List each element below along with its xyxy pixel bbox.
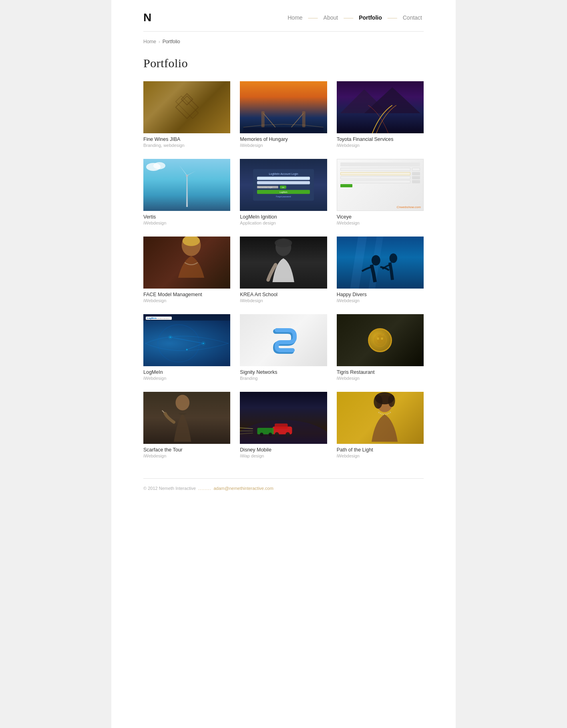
- svg-line-4: [263, 113, 275, 127]
- portfolio-item-4[interactable]: Vertis iWebdesign: [143, 159, 230, 225]
- portfolio-item-3[interactable]: Toyota Financial Services iWebdesign: [337, 81, 424, 148]
- portfolio-item-11-title: Signity Networks: [240, 369, 327, 375]
- portfolio-item-6-subtitle: iWebdesign: [337, 221, 424, 225]
- portfolio-item-10-subtitle: iWebdesign: [143, 376, 230, 381]
- portfolio-item-14-subtitle: iWap design: [240, 453, 327, 458]
- svg-point-32: [377, 337, 379, 340]
- portfolio-item-1-title: Fine Wines JIBA: [143, 136, 230, 142]
- svg-rect-38: [275, 423, 288, 429]
- portfolio-item-3-title: Toyota Financial Services: [337, 136, 424, 142]
- portfolio-item-9-title: Happy Divers: [337, 292, 424, 297]
- portfolio-thumb-15: [337, 392, 424, 444]
- svg-point-39: [275, 432, 279, 437]
- svg-point-20: [158, 325, 199, 362]
- portfolio-item-13-title: Scarface the Tour: [143, 447, 230, 453]
- breadcrumb: Home › Portfolio: [143, 32, 424, 48]
- portfolio-thumb-13: [143, 392, 230, 444]
- portfolio-item-3-subtitle: iWebdesign: [337, 143, 424, 148]
- svg-point-17: [275, 239, 292, 247]
- nav-sep-2: ——: [344, 15, 353, 21]
- portfolio-item-8[interactable]: KREA Art School iWebdesign: [240, 237, 327, 303]
- portfolio-item-10[interactable]: LogMeIn Media Connect™: [143, 314, 230, 381]
- portfolio-item-15-subtitle: iWebdesign: [337, 453, 424, 458]
- svg-point-50: [388, 395, 395, 407]
- cnwebshow-badge: Cnwebshow.com: [397, 205, 421, 209]
- portfolio-item-12-subtitle: iWebdesign: [337, 376, 424, 381]
- portfolio-item-1-subtitle: Branding, webdesign: [143, 143, 230, 148]
- portfolio-item-11-subtitle: Branding: [240, 376, 327, 381]
- svg-point-33: [381, 337, 383, 340]
- portfolio-item-12[interactable]: Tigris Restaurant iWebdesign: [337, 314, 424, 381]
- svg-point-18: [372, 255, 380, 266]
- breadcrumb-separator: ›: [159, 39, 160, 44]
- portfolio-item-5-title: LogMeIn Ignition: [240, 214, 327, 220]
- portfolio-item-9[interactable]: Happy Divers iWebdesign: [337, 237, 424, 303]
- portfolio-thumb-4: [143, 159, 230, 211]
- svg-marker-10: [186, 175, 188, 207]
- portfolio-item-13[interactable]: Scarface the Tour iWebdesign: [143, 392, 230, 458]
- svg-point-11: [186, 174, 188, 177]
- svg-point-19: [389, 253, 397, 263]
- nav-about[interactable]: About: [322, 14, 340, 21]
- footer-dots: ........: [198, 486, 211, 491]
- svg-point-42: [260, 433, 263, 436]
- footer: © 2012 Nemeth Interactive ........ adam@…: [143, 478, 424, 491]
- portfolio-item-12-title: Tigris Restaurant: [337, 369, 424, 375]
- svg-point-49: [374, 395, 382, 409]
- svg-point-13: [153, 162, 165, 169]
- portfolio-item-2-title: Memories of Hungary: [240, 136, 327, 142]
- portfolio-item-15[interactable]: Path of the Light iWebdesign: [337, 392, 424, 458]
- portfolio-item-8-title: KREA Art School: [240, 292, 327, 297]
- footer-copyright: © 2012 Nemeth Interactive: [143, 486, 196, 491]
- breadcrumb-home[interactable]: Home: [143, 39, 156, 44]
- portfolio-thumb-3: [337, 81, 424, 133]
- main-nav: Home —— About —— Portfolio —— Contact: [286, 14, 424, 21]
- portfolio-thumb-14: [240, 392, 327, 444]
- portfolio-item-4-subtitle: iWebdesign: [143, 221, 230, 225]
- portfolio-item-2[interactable]: Memories of Hungary iWebdesign: [240, 81, 327, 148]
- portfolio-item-10-title: LogMeIn: [143, 369, 230, 375]
- svg-rect-2: [175, 96, 198, 119]
- logo[interactable]: N: [143, 11, 151, 24]
- portfolio-item-9-subtitle: iWebdesign: [337, 298, 424, 303]
- portfolio-item-5-subtitle: Application design: [240, 221, 327, 225]
- nav-home[interactable]: Home: [286, 14, 304, 21]
- portfolio-thumb-2: [240, 81, 327, 133]
- portfolio-item-6-title: Viceye: [337, 214, 424, 220]
- footer-email[interactable]: adam@nemethinteractive.com: [213, 486, 273, 491]
- svg-line-35: [162, 411, 164, 413]
- portfolio-item-7-subtitle: iWebdesign: [143, 298, 230, 303]
- portfolio-thumb-1: [143, 81, 230, 133]
- nav-sep-3: ——: [388, 15, 397, 21]
- nav-contact[interactable]: Contact: [401, 14, 424, 21]
- nav-portfolio[interactable]: Portfolio: [357, 14, 384, 21]
- portfolio-item-14[interactable]: Disney Mobile iWap design: [240, 392, 327, 458]
- svg-rect-1: [175, 96, 198, 119]
- portfolio-item-15-title: Path of the Light: [337, 447, 424, 453]
- portfolio-thumb-6: Cnwebshow.com: [337, 159, 424, 211]
- portfolio-thumb-8: [240, 237, 327, 289]
- portfolio-item-5[interactable]: LogMeIn Account Login Remember login ON …: [240, 159, 327, 225]
- portfolio-item-14-title: Disney Mobile: [240, 447, 327, 453]
- portfolio-item-7[interactable]: FACE Model Management iWebdesign: [143, 237, 230, 303]
- portfolio-thumb-11: [240, 314, 327, 366]
- page-title: Portfolio: [143, 56, 424, 70]
- portfolio-thumb-10: LogMeIn Media Connect™: [143, 314, 230, 366]
- portfolio-item-2-subtitle: iWebdesign: [240, 143, 327, 148]
- svg-rect-0: [181, 94, 193, 105]
- portfolio-item-7-title: FACE Model Management: [143, 292, 230, 297]
- svg-line-5: [292, 113, 304, 127]
- svg-point-43: [269, 433, 272, 436]
- breadcrumb-current: Portfolio: [163, 39, 180, 44]
- portfolio-thumb-9: [337, 237, 424, 289]
- svg-point-34: [175, 395, 189, 410]
- svg-line-25: [187, 343, 203, 350]
- portfolio-item-13-subtitle: iWebdesign: [143, 453, 230, 458]
- portfolio-grid: Fine Wines JIBA Branding, webdesign: [143, 81, 424, 458]
- portfolio-item-6[interactable]: Cnwebshow.com Viceye iWebdesign: [337, 159, 424, 225]
- portfolio-item-11[interactable]: Signity Networks Branding: [240, 314, 327, 381]
- nav-sep-1: ——: [308, 15, 318, 21]
- portfolio-item-1[interactable]: Fine Wines JIBA Branding, webdesign: [143, 81, 230, 148]
- svg-rect-3: [243, 127, 324, 133]
- portfolio-item-8-subtitle: iWebdesign: [240, 298, 327, 303]
